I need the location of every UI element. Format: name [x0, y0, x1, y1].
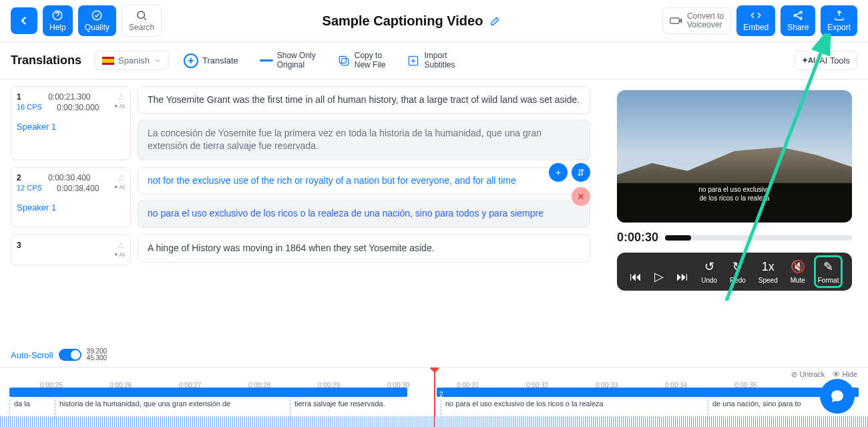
help-label: Help [49, 23, 66, 32]
translations-title: Translations [11, 53, 81, 67]
playback-controls: ⏮ ▷ ⏭ ↺Undo ↻Redo 1xSpeed 🔇Mute ✎Format [617, 253, 852, 291]
caption-meta[interactable]: 10:00:21.300⚠ 16 CPS0:00:30.000✦AI Speak… [11, 86, 131, 160]
copy-new-file-button[interactable]: Copy toNew File [331, 47, 393, 73]
warning-icon: ⚠ [118, 92, 125, 102]
ai-tools-button[interactable]: ✦AIAI Tools [795, 51, 857, 70]
plus-icon: + [184, 53, 198, 68]
translated-text[interactable]: no para el uso exclusivo de los ricos o … [138, 200, 590, 228]
timeline[interactable]: ⊘ Untrack 👁 Hide 0:00:250:00:260:00:270:… [0, 367, 868, 427]
help-button[interactable]: Help [43, 5, 73, 36]
ai-badge-icon: ✦AI [114, 251, 125, 258]
speed-icon: 1x [762, 260, 775, 274]
page-title: Sample Captioning Video [322, 13, 483, 29]
share-button[interactable]: Share [781, 5, 815, 36]
delete-caption-button[interactable]: ✕ [572, 187, 590, 206]
svg-point-5 [800, 11, 802, 13]
format-button[interactable]: ✎Format [818, 259, 839, 284]
caption-index: 1 [17, 92, 21, 102]
chat-icon [829, 388, 845, 404]
ai-icon: ✦AI [802, 56, 815, 65]
auto-scroll-toggle[interactable]: Auto-Scroll 39.20045.300 [11, 348, 107, 362]
progress-bar[interactable] [665, 235, 852, 241]
add-caption-button[interactable]: + [549, 163, 568, 182]
edit-title-icon[interactable] [489, 15, 501, 27]
mute-icon: 🔇 [791, 259, 805, 274]
translated-text[interactable]: La concesión de Yosemite fue la primera … [138, 120, 590, 160]
caption-row: ✓ 10:00:21.300⚠ 16 CPS0:00:30.000✦AI Spe… [11, 86, 590, 160]
skip-forward-icon: ⏭ [676, 270, 688, 284]
svg-rect-7 [341, 58, 348, 65]
speed-button[interactable]: 1xSpeed [758, 260, 778, 284]
chat-fab[interactable] [820, 379, 855, 414]
toggle-icon [59, 349, 81, 361]
redo-icon: ↻ [732, 259, 742, 274]
warning-icon: ⚠ [118, 241, 125, 250]
caption-meta[interactable]: 20:00:30.400⚠ 12 CPS0:00:38.400✦AI Speak… [11, 167, 131, 228]
play-button[interactable]: ▷ [654, 269, 664, 284]
caption-end: 0:00:30.000 [57, 103, 99, 112]
caption-row: ✓ 20:00:30.400⚠ 12 CPS0:00:38.400✦AI Spe… [11, 167, 590, 228]
speaker-label[interactable]: Speaker 1 [17, 202, 125, 212]
svg-point-1 [93, 11, 102, 20]
line-icon [260, 59, 273, 61]
original-text[interactable]: The Yosemite Grant was the first time in… [138, 86, 590, 114]
speaker-label[interactable]: Speaker 1 [17, 122, 125, 132]
caption-meta[interactable]: 3⚠ ✦AI [11, 235, 131, 265]
svg-rect-3 [670, 18, 679, 23]
untrack-button[interactable]: ⊘ Untrack [791, 370, 825, 379]
merge-caption-button[interactable]: ⇵ [572, 163, 590, 182]
quality-button[interactable]: Quality [78, 5, 116, 36]
timeline-text[interactable]: tierra salvaje fue reservada. [290, 400, 407, 418]
hide-button[interactable]: 👁 Hide [833, 370, 857, 379]
timeline-text[interactable]: historia de la humanidad, que una gran e… [55, 400, 279, 418]
embed-button[interactable]: Embed [736, 5, 775, 36]
language-dropdown[interactable]: Spanish [95, 51, 169, 70]
caption-cps: 12 CPS [17, 184, 42, 193]
ai-badge-icon: ✦AI [114, 184, 125, 193]
search-label: Search [129, 23, 154, 32]
export-button[interactable]: Export [821, 5, 857, 36]
redo-button[interactable]: ↻Redo [730, 259, 746, 284]
warning-icon: ⚠ [118, 173, 125, 182]
caption-start: 0:00:21.300 [48, 92, 90, 102]
video-preview[interactable]: no para el uso exclusivode los ricos o l… [617, 90, 852, 223]
caption-index: 2 [17, 173, 21, 182]
flag-icon [102, 57, 114, 65]
format-icon: ✎ [823, 259, 833, 274]
translate-button[interactable]: +Translate [177, 49, 245, 72]
show-original-button[interactable]: Show OnlyOriginal [253, 47, 322, 73]
original-text[interactable]: not for the exclusive use of the rich or… [138, 167, 590, 195]
skip-forward-button[interactable]: ⏭ [676, 270, 688, 284]
quality-label: Quality [85, 23, 110, 32]
caption-cps: 16 CPS [17, 103, 42, 112]
undo-button[interactable]: ↺Undo [701, 259, 717, 284]
caption-end: 0:00:38.400 [57, 184, 99, 193]
convert-voiceover-button[interactable]: Convert toVoiceover [662, 7, 731, 34]
svg-point-6 [800, 17, 802, 19]
search-button[interactable]: Search [122, 5, 162, 37]
svg-rect-8 [339, 56, 346, 63]
current-time: 0:00:30 [617, 231, 658, 245]
waveform [0, 416, 868, 427]
ai-badge-icon: ✦AI [114, 103, 125, 112]
caption-index: 3 [17, 241, 21, 250]
undo-icon: ↺ [704, 259, 714, 274]
caption-start: 0:00:30.400 [48, 173, 90, 182]
svg-point-2 [138, 11, 145, 19]
back-button[interactable] [11, 7, 37, 34]
skip-back-button[interactable]: ⏮ [630, 270, 642, 284]
timeline-text[interactable]: no para el uso exclusivo de los ricos o … [441, 400, 694, 418]
timeline-clip[interactable]: 2 [437, 388, 859, 397]
import-subtitles-button[interactable]: ImportSubtitles [400, 47, 461, 73]
original-text[interactable]: A hinge of History was moving in 1864 wh… [138, 235, 590, 263]
copy-icon [337, 54, 351, 67]
caption-row: ✓ 3⚠ ✦AI A hinge of History was moving i… [11, 235, 590, 265]
play-icon: ▷ [654, 269, 664, 284]
timeline-text[interactable]: da la [9, 400, 49, 418]
timeline-clip[interactable] [9, 388, 407, 397]
import-icon [407, 54, 420, 67]
chevron-down-icon [154, 57, 162, 65]
skip-back-icon: ⏮ [630, 270, 642, 284]
mute-button[interactable]: 🔇Mute [791, 259, 805, 284]
language-label: Spanish [118, 55, 150, 65]
